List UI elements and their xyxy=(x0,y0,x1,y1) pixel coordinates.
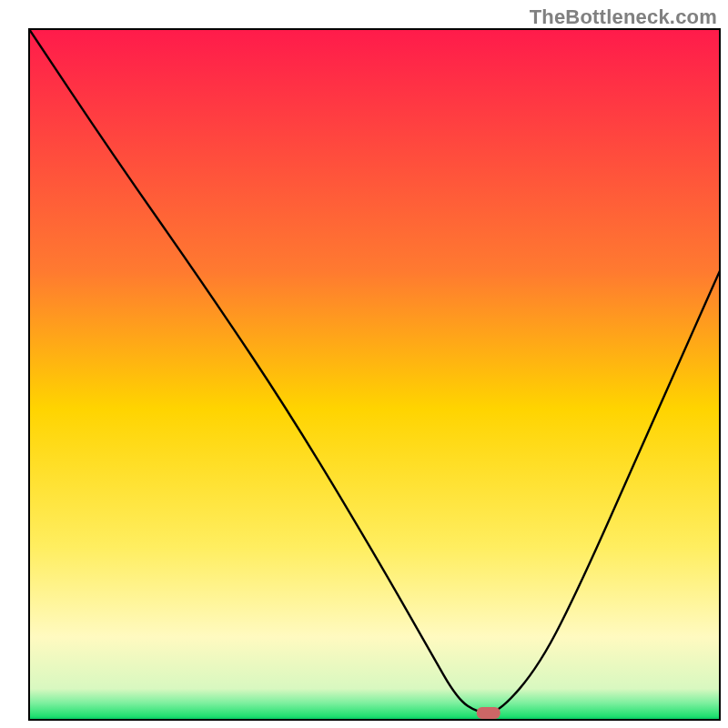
chart-svg xyxy=(0,0,728,728)
watermark-label: TheBottleneck.com xyxy=(530,5,717,29)
optimum-marker xyxy=(477,707,500,719)
chart-root: TheBottleneck.com xyxy=(0,0,728,728)
plot-background xyxy=(29,29,720,720)
